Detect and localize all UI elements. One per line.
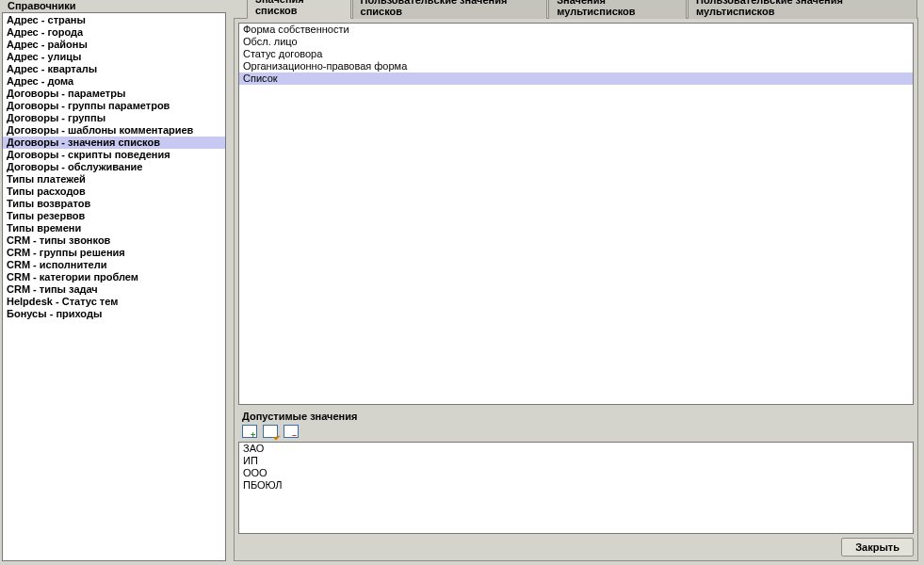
sidebar-item[interactable]: CRM - типы звонков (3, 234, 225, 247)
sidebar-item[interactable]: Договоры - группы (3, 112, 225, 124)
sidebar-item[interactable]: Helpdesk - Статус тем (3, 296, 225, 308)
values-toolbar: + – (238, 425, 914, 442)
delete-value-button[interactable]: – (284, 425, 299, 438)
value-item[interactable]: ИП (239, 455, 913, 467)
sidebar-item[interactable]: Типы платежей (3, 173, 225, 186)
sidebar-item[interactable]: Адрес - улицы (3, 51, 225, 63)
pencil-icon (273, 433, 281, 441)
sidebar-item[interactable]: Типы возвратов (3, 198, 225, 210)
list-item[interactable]: Организационно-правовая форма (239, 60, 913, 73)
app-root: Справочники Адрес - страныАдрес - города… (0, 0, 924, 565)
main-area: Значения списковПользовательские значени… (226, 0, 918, 561)
sidebar-item[interactable]: CRM - группы решения (3, 247, 225, 259)
list-item[interactable]: Форма собственности (239, 24, 913, 36)
sidebar-item[interactable]: CRM - типы задач (3, 283, 225, 296)
list-item[interactable]: Список (239, 73, 913, 85)
tab-body: Форма собственностиОбсл. лицоСтатус дого… (234, 18, 918, 561)
sidebar-item[interactable]: Договоры - обслуживание (3, 161, 225, 173)
add-value-button[interactable]: + (242, 425, 257, 438)
sidebar-item[interactable]: CRM - исполнители (3, 259, 225, 271)
close-button[interactable]: Закрыть (841, 538, 914, 557)
value-item[interactable]: ЗАО (239, 443, 913, 455)
sidebar-item[interactable]: Договоры - скрипты поведения (3, 149, 225, 161)
sidebar-item[interactable]: Договоры - параметры (3, 88, 225, 100)
allowed-values-title: Допустимые значения (238, 405, 914, 425)
sidebar-title: Справочники (2, 0, 226, 12)
list-item[interactable]: Статус договора (239, 48, 913, 60)
sidebar-item[interactable]: Бонусы - приходы (3, 308, 225, 320)
sidebar-item[interactable]: Договоры - группы параметров (3, 100, 225, 112)
sidebar-item[interactable]: CRM - категории проблем (3, 271, 225, 283)
sidebar-item[interactable]: Адрес - районы (3, 39, 225, 51)
sidebar: Справочники Адрес - страныАдрес - города… (2, 0, 226, 561)
tab[interactable]: Значения списков (247, 0, 351, 19)
sidebar-item[interactable]: Адрес - кварталы (3, 63, 225, 75)
edit-value-button[interactable] (263, 425, 278, 438)
sidebar-item[interactable]: Договоры - значения списков (3, 137, 225, 149)
plus-icon: + (251, 432, 257, 439)
values-list[interactable]: ЗАОИПОООПБОЮЛ (238, 442, 914, 534)
tab[interactable]: Пользовательские значения списков (352, 0, 548, 19)
value-item[interactable]: ООО (239, 467, 913, 479)
tab[interactable]: Пользовательские значения мультисписков (688, 0, 917, 19)
sidebar-item[interactable]: Адрес - города (3, 26, 225, 39)
sidebar-item[interactable]: Адрес - страны (3, 14, 225, 26)
sidebar-item[interactable]: Типы резервов (3, 210, 225, 222)
sidebar-item[interactable]: Договоры - шаблоны комментариев (3, 124, 225, 137)
categories-list[interactable]: Форма собственностиОбсл. лицоСтатус дого… (238, 23, 914, 405)
sidebar-item[interactable]: Адрес - дома (3, 75, 225, 88)
sidebar-item[interactable]: Типы времени (3, 222, 225, 234)
minus-icon: – (292, 432, 299, 439)
sidebar-item[interactable]: Типы расходов (3, 186, 225, 198)
tab-row: Значения списковПользовательские значени… (234, 2, 918, 19)
value-item[interactable]: ПБОЮЛ (239, 479, 913, 492)
tab[interactable]: Значения мультисписков (548, 0, 687, 19)
list-item[interactable]: Обсл. лицо (239, 36, 913, 48)
footer: Закрыть (238, 534, 914, 557)
sidebar-list[interactable]: Адрес - страныАдрес - городаАдрес - райо… (2, 12, 226, 561)
